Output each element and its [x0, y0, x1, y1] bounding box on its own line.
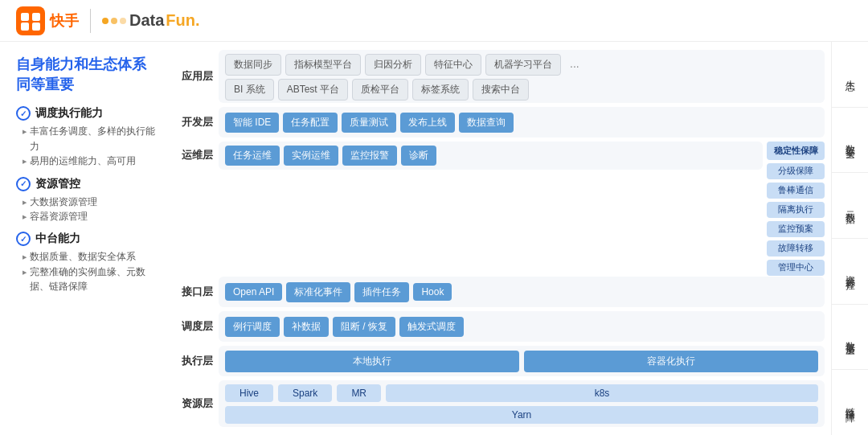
tag-quality-check: 质检平台	[352, 79, 408, 101]
stability-column: 稳定性保障 分级保障 鲁棒通信 隔离执行 监控预案 故障转移 管理中心	[767, 142, 825, 276]
resource-top: Hive Spark MR k8s	[225, 384, 818, 402]
label-interface: 接口层	[179, 277, 215, 307]
resource-items: 大数据资源管理 容器资源管理	[16, 195, 157, 224]
sidebar-item-data-security[interactable]: 数据安全	[832, 108, 868, 174]
tag-data-query: 数据查询	[459, 113, 514, 133]
app-row-1: 数据同步 指标模型平台 归因分析 特征中心 机器学习平台 ...	[225, 54, 818, 76]
tag-diagnosis: 诊断	[401, 146, 436, 166]
app-row-2: BI 系统 ABTest 平台 质检平台 标签系统 搜索中台	[225, 79, 818, 101]
datafun-dots	[102, 18, 126, 24]
content-dev: 智能 IDE 任务配置 质量测试 发布上线 数据查询	[219, 107, 825, 137]
tag-container-exec: 容器化执行	[524, 351, 818, 372]
tag-hook: Hook	[413, 283, 452, 301]
row-interface: 接口层 Open API 标准化事件 插件任务 Hook	[179, 277, 825, 307]
tag-backfill: 补数据	[284, 317, 329, 337]
capability-resource: 资源管控 大数据资源管理 容器资源管理	[16, 177, 157, 224]
stability-header: 稳定性保障	[767, 142, 825, 160]
check-icon-resource	[16, 177, 31, 191]
tag-routine-schedule: 例行调度	[225, 317, 280, 337]
sidebar-item-metadata[interactable]: 元数据	[832, 173, 868, 239]
tag-hive: Hive	[225, 384, 273, 402]
tag-smart-ide: 智能 IDE	[225, 113, 279, 133]
tag-trigger-schedule: 触发式调度	[399, 317, 464, 337]
content-scheduling: 例行调度 补数据 阻断 / 恢复 触发式调度	[219, 311, 825, 342]
sidebar-item-resource-control[interactable]: 资源管控	[832, 239, 868, 305]
capability-heading-scheduling: 调度执行能力	[16, 106, 157, 121]
sidebar-item-link-assurance[interactable]: 链路保障	[832, 370, 868, 435]
resource-bottom: Yarn	[225, 406, 818, 424]
content-interface: Open API 标准化事件 插件任务 Hook	[219, 277, 825, 307]
kuaishou-icon	[16, 6, 45, 35]
more-dots: ...	[565, 54, 584, 76]
stability-item-4: 故障转移	[767, 240, 825, 256]
content-resource: Hive Spark MR k8s Yarn	[219, 380, 825, 427]
label-resource: 资源层	[179, 380, 215, 427]
tag-data-sync: 数据同步	[225, 54, 281, 76]
capability-heading-resource: 资源管控	[16, 177, 157, 191]
label-application: 应用层	[179, 50, 215, 103]
tag-label-system: 标签系统	[412, 79, 469, 101]
row-application: 应用层 数据同步 指标模型平台 归因分析 特征中心 机器学习平台 ... BI …	[179, 50, 825, 103]
content-execution: 本地执行 容器化执行	[219, 346, 825, 376]
list-item: 数据质量、数据安全体系	[23, 249, 157, 264]
list-item: 容器资源管理	[23, 209, 157, 224]
tag-mr: MR	[337, 384, 381, 402]
app-tags-wrap: 数据同步 指标模型平台 归因分析 特征中心 机器学习平台 ... BI 系统 A…	[225, 54, 818, 101]
kuaishou-text: 快手	[50, 11, 79, 31]
kuaishou-logo: 快手	[16, 6, 79, 35]
label-execution: 执行层	[179, 346, 215, 376]
svg-rect-1	[21, 13, 29, 21]
tag-local-exec: 本地执行	[225, 351, 519, 372]
datafun-text-data: Data	[129, 11, 164, 30]
content-application: 数据同步 指标模型平台 归因分析 特征中心 机器学习平台 ... BI 系统 A…	[219, 50, 825, 103]
svg-rect-3	[21, 23, 29, 31]
tag-publish-online: 发布上线	[400, 113, 455, 133]
stability-item-3: 监控预案	[767, 221, 825, 237]
midtable-items: 数据质量、数据安全体系 完整准确的实例血缘、元数据、链路保障	[16, 249, 157, 293]
sidebar-item-ecology[interactable]: 生态	[832, 42, 868, 108]
tag-open-api: Open API	[225, 283, 282, 301]
list-item: 易用的运维能力、高可用	[23, 154, 157, 168]
label-scheduling: 调度层	[179, 311, 215, 342]
tag-instance-ops: 实例运维	[284, 146, 338, 166]
main-content: 自身能力和生态体系同等重要 调度执行能力 丰富任务调度、多样的执行能力 易用的运…	[0, 42, 868, 435]
exec-tags: 本地执行 容器化执行	[225, 351, 818, 372]
tag-quality-test: 质量测试	[342, 113, 396, 133]
datafun-logo: Data Fun.	[102, 11, 200, 30]
tag-std-event: 标准化事件	[286, 282, 350, 302]
scheduling-items: 丰富任务调度、多样的执行能力 易用的运维能力、高可用	[16, 124, 157, 168]
label-dev: 开发层	[179, 107, 215, 137]
stability-item-1: 鲁棒通信	[767, 183, 825, 199]
tag-task-config: 任务配置	[283, 113, 338, 133]
check-icon-midtable	[16, 232, 31, 246]
svg-rect-2	[32, 13, 40, 21]
row-resource: 资源层 Hive Spark MR k8s Yarn	[179, 380, 825, 427]
content-ops: 任务运维 实例运维 监控报警 诊断	[219, 142, 763, 170]
header-divider	[90, 9, 91, 33]
left-title: 自身能力和生态体系同等重要	[16, 55, 157, 95]
left-panel: 自身能力和生态体系同等重要 调度执行能力 丰富任务调度、多样的执行能力 易用的运…	[0, 42, 173, 435]
capability-midtable: 中台能力 数据质量、数据安全体系 完整准确的实例血缘、元数据、链路保障	[16, 232, 157, 293]
tag-task-ops: 任务运维	[225, 146, 280, 166]
check-icon-scheduling	[16, 106, 31, 121]
list-item: 完整准确的实例血缘、元数据、链路保障	[23, 265, 157, 294]
resource-tags: Hive Spark MR k8s Yarn	[225, 384, 818, 424]
sidebar-item-data-quality[interactable]: 数据质量	[832, 305, 868, 371]
tag-search-center: 搜索中台	[473, 79, 529, 101]
row-scheduling: 调度层 例行调度 补数据 阻断 / 恢复 触发式调度	[179, 311, 825, 342]
tag-feature: 特征中心	[425, 54, 481, 76]
header: 快手 Data Fun.	[0, 0, 868, 42]
list-item: 丰富任务调度、多样的执行能力	[23, 124, 157, 154]
right-sidebar: 生态 数据安全 元数据 资源管控 数据质量 链路保障	[831, 42, 868, 435]
tag-index-model: 指标模型平台	[285, 54, 361, 76]
tag-plugin-task: 插件任务	[354, 282, 409, 302]
stability-item-2: 隔离执行	[767, 202, 825, 218]
capability-heading-midtable: 中台能力	[16, 232, 157, 246]
architecture-diagram: 应用层 数据同步 指标模型平台 归因分析 特征中心 机器学习平台 ... BI …	[173, 42, 831, 435]
row-dev: 开发层 智能 IDE 任务配置 质量测试 发布上线 数据查询	[179, 107, 825, 137]
svg-rect-4	[32, 23, 40, 31]
stability-item-5: 管理中心	[767, 260, 825, 276]
list-item: 大数据资源管理	[23, 195, 157, 209]
svg-rect-0	[16, 6, 45, 35]
tag-spark: Spark	[278, 384, 332, 402]
